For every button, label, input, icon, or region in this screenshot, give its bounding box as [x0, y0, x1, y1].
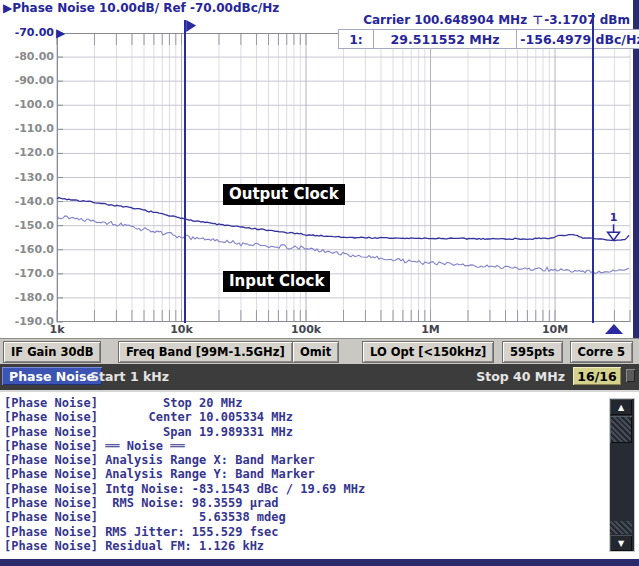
x-tick-label: 10k	[170, 323, 193, 336]
status-bar: Phase Noise Start 1 kHz Stop 40 MHz 16/1…	[0, 364, 639, 390]
marker-id-cell: 1:	[339, 30, 374, 48]
phase-noise-plot: 1	[57, 33, 630, 323]
scrollbar-track[interactable]	[610, 443, 632, 518]
x-tick-label: 1k	[50, 323, 65, 336]
y-tick-label: -130.0	[2, 171, 54, 184]
band-marker-left-handle[interactable]	[184, 20, 186, 323]
x-tick-label: 100k	[291, 323, 321, 336]
scrollbar-up-icon[interactable]: ▲	[610, 399, 632, 415]
y-tick-label: -90.00	[2, 74, 54, 87]
marker-readout-row: 1: 29.511552 MHz -156.4979 dBc/Hz	[338, 29, 639, 49]
log-scrollbar[interactable]: ▲ ▼	[609, 398, 635, 552]
marker-value-cell: -156.4979 dBc/Hz	[517, 30, 639, 48]
marker-position-triangle-icon[interactable]	[605, 324, 623, 334]
carrier-readout: Carrier 100.648904 MHz ⊤-3.1707 dBm	[300, 13, 630, 27]
ref-level-arrow-icon: ▶	[56, 26, 65, 40]
svg-text:1: 1	[610, 211, 618, 224]
y-tick-label: -70.00	[2, 26, 54, 39]
toolbar-button-595pts[interactable]: 595pts	[502, 341, 563, 363]
x-tick-label: 10M	[542, 323, 568, 336]
y-tick-label: -110.0	[2, 122, 54, 135]
page-indicator-badge[interactable]: 16/16	[573, 367, 621, 385]
display-right-border	[633, 0, 639, 338]
scrollbar-down-icon[interactable]: ▼	[610, 535, 632, 551]
trace-title: ▶Phase Noise 10.00dB/ Ref -70.00dBc/Hz	[3, 1, 279, 15]
band-marker-right-handle[interactable]	[592, 13, 594, 323]
y-tick-label: -190.0	[2, 315, 54, 328]
softkey-toolbar: IF Gain 30dBFreq Band [99M-1.5GHz]OmitLO…	[0, 338, 639, 365]
carrier-level-tee-icon: ⊤	[531, 13, 544, 27]
toolbar-button-lo-opt-150khz[interactable]: LO Opt [<150kHz]	[362, 341, 494, 363]
mode-tab-phase-noise[interactable]: Phase Noise	[2, 367, 102, 385]
status-corner-button[interactable]	[626, 369, 635, 382]
scrollbar-hatch	[610, 521, 632, 534]
toolbar-button-omit[interactable]: Omit	[292, 341, 339, 363]
instrument-screen: ▶Phase Noise 10.00dB/ Ref -70.00dBc/Hz C…	[0, 0, 639, 566]
carrier-freq-text: Carrier 100.648904 MHz	[363, 13, 531, 27]
start-frequency-text: Start 1 kHz	[90, 369, 169, 384]
log-text: [Phase Noise] Stop 20 MHz [Phase Noise] …	[4, 396, 365, 553]
x-tick-label: 1M	[421, 323, 440, 336]
y-tick-label: -120.0	[2, 146, 54, 159]
band-marker-flag-icon	[186, 20, 196, 32]
output-clock-label: Output Clock	[223, 184, 345, 205]
y-tick-label: -100.0	[2, 98, 54, 111]
marker-freq-cell: 29.511552 MHz	[374, 30, 517, 48]
y-tick-label: -140.0	[2, 195, 54, 208]
scrollbar-thumb[interactable]	[610, 416, 632, 443]
input-clock-label: Input Clock	[223, 271, 330, 292]
toolbar-button-if-gain-30db[interactable]: IF Gain 30dB	[3, 341, 101, 363]
title-arrow-icon: ▶	[3, 1, 12, 15]
log-panel: [Phase Noise] Stop 20 MHz [Phase Noise] …	[0, 390, 639, 566]
toolbar-button-corre-5[interactable]: Corre 5	[570, 341, 634, 363]
toolbar-button-freq-band-99m-1-5ghz[interactable]: Freq Band [99M-1.5GHz]	[118, 341, 293, 363]
y-tick-label: -80.00	[2, 50, 54, 63]
phase-noise-display: ▶Phase Noise 10.00dB/ Ref -70.00dBc/Hz C…	[0, 0, 639, 338]
trace-title-text: Phase Noise 10.00dB/ Ref -70.00dBc/Hz	[12, 1, 279, 15]
y-tick-label: -150.0	[2, 219, 54, 232]
y-tick-label: -180.0	[2, 291, 54, 304]
stop-frequency-text: Stop 40 MHz	[476, 369, 565, 384]
log-bottom-bar	[0, 559, 639, 566]
y-tick-label: -170.0	[2, 267, 54, 280]
carrier-power-text: -3.1707 dBm	[544, 13, 630, 27]
y-tick-label: -160.0	[2, 243, 54, 256]
